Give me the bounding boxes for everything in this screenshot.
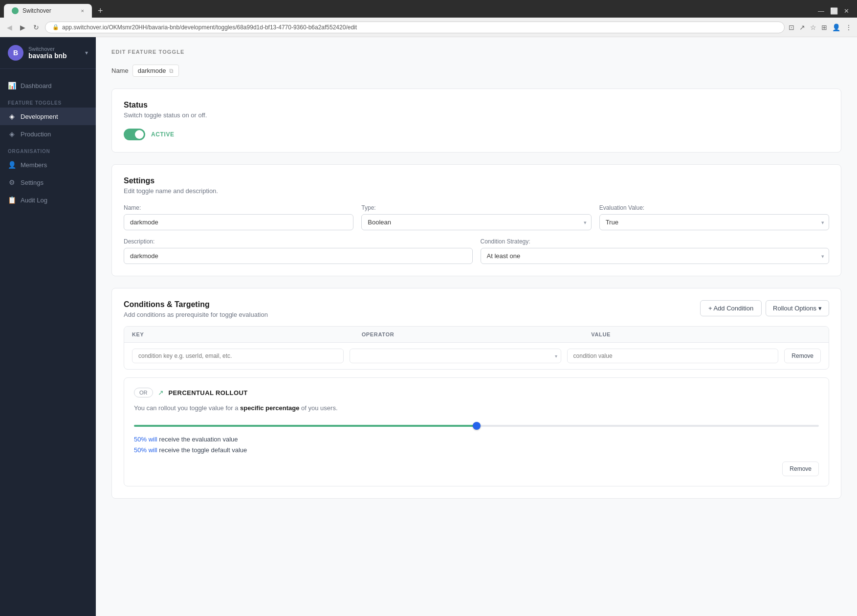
- conditions-desc: Add conditions as prerequisite for toggl…: [124, 311, 268, 318]
- members-icon: 👤: [8, 161, 16, 169]
- tab-favicon: [12, 7, 19, 14]
- operator-column-header: OPERATOR: [362, 331, 592, 337]
- brand-subtitle: Switchover: [28, 46, 80, 52]
- status-title: Status: [124, 101, 829, 110]
- conditions-title: Conditions & Targeting: [124, 300, 268, 309]
- page-title: EDIT FEATURE TOGGLE: [111, 49, 841, 55]
- conditions-table: KEY OPERATOR VALUE equals not equals con…: [124, 326, 829, 370]
- rollout-section: OR ↗ PERCENTUAL ROLLOUT You can rollout …: [124, 377, 829, 486]
- settings-section: Settings Edit toggle name and descriptio…: [111, 164, 841, 276]
- rollout-slider[interactable]: [134, 425, 819, 427]
- sidebar-item-label: Dashboard: [21, 82, 52, 89]
- type-select-wrapper: Boolean String Number ▾: [361, 214, 591, 230]
- sidebar-item-members[interactable]: 👤 Members: [0, 156, 96, 174]
- key-column-header: KEY: [132, 331, 362, 337]
- settings-title: Settings: [124, 176, 829, 185]
- type-select[interactable]: Boolean String Number: [361, 214, 591, 230]
- menu-icon[interactable]: ⋮: [845, 23, 852, 31]
- remove-condition-button[interactable]: Remove: [784, 349, 821, 363]
- sidebar-item-development[interactable]: ◈ Development: [0, 108, 96, 125]
- profile-icon[interactable]: 👤: [832, 23, 840, 31]
- table-row: equals not equals contains ▾ Remove: [124, 343, 829, 369]
- status-desc: Switch toggle status on or off.: [124, 111, 829, 119]
- eval-select[interactable]: True False: [599, 214, 829, 230]
- forward-button[interactable]: ▶: [18, 22, 27, 33]
- maximize-button[interactable]: ⬜: [830, 7, 838, 15]
- type-field-group: Type: Boolean String Number ▾: [361, 204, 591, 230]
- settings-desc: Edit toggle name and description.: [124, 187, 829, 195]
- sidebar-item-settings[interactable]: ⚙ Settings: [0, 174, 96, 191]
- condition-operator-select[interactable]: equals not equals contains: [350, 349, 561, 363]
- toggle-row: ACTIVE: [124, 129, 829, 140]
- eval-field-label: Evaluation Value:: [599, 204, 829, 211]
- remove-rollout-button[interactable]: Remove: [782, 462, 819, 476]
- rollout-will1: will: [149, 436, 157, 443]
- close-button[interactable]: ✕: [844, 7, 849, 15]
- settings-icon: ⚙: [8, 178, 16, 186]
- extensions-icon[interactable]: ⊞: [821, 23, 827, 31]
- rollout-text1: receive the evaluation value: [159, 436, 238, 443]
- main-content: EDIT FEATURE TOGGLE Name darkmode ⧉ Stat…: [96, 37, 857, 616]
- sidebar-item-dashboard[interactable]: 📊 Dashboard: [0, 77, 96, 94]
- share-icon[interactable]: ↗: [799, 23, 805, 31]
- strategy-select[interactable]: At least one All: [481, 248, 830, 264]
- browser-tab[interactable]: Switchover ×: [4, 4, 92, 18]
- sidebar-item-label: Development: [21, 113, 58, 120]
- sidebar-item-production[interactable]: ◈ Production: [0, 125, 96, 143]
- rollout-info: 50% will receive the evaluation value 50…: [134, 434, 819, 456]
- production-icon: ◈: [8, 130, 16, 138]
- ssl-icon: 🔒: [52, 24, 59, 30]
- screenshot-icon[interactable]: ⊡: [789, 23, 794, 31]
- or-badge: OR: [134, 388, 153, 397]
- desc-field-label: Description:: [124, 238, 473, 245]
- rollout-desc-pre: You can rollout you toggle value for a: [134, 404, 238, 412]
- status-toggle[interactable]: [124, 129, 145, 140]
- development-icon: ◈: [8, 112, 16, 120]
- brand-name: bavaria bnb: [28, 52, 80, 60]
- new-tab-button[interactable]: +: [94, 6, 107, 16]
- sidebar-item-label: Settings: [21, 179, 44, 186]
- sidebar-item-label: Audit Log: [21, 197, 47, 204]
- sidebar: B Switchover bavaria bnb ▾ 📊 Dashboard F…: [0, 37, 96, 616]
- feature-toggles-section-label: FEATURE TOGGLES: [0, 94, 96, 108]
- sidebar-brand[interactable]: B Switchover bavaria bnb ▾: [0, 37, 96, 69]
- address-bar[interactable]: 🔒 app.switchover.io/OKMsmr20HH/bavaria-b…: [45, 22, 785, 33]
- rollout-percent1: 50%: [134, 436, 147, 443]
- status-section: Status Switch toggle status on or off. A…: [111, 88, 841, 153]
- add-condition-button[interactable]: + Add Condition: [700, 300, 762, 316]
- minimize-button[interactable]: —: [818, 7, 824, 15]
- avatar: B: [8, 45, 23, 61]
- bookmark-icon[interactable]: ☆: [810, 23, 816, 31]
- back-button[interactable]: ◀: [5, 22, 14, 33]
- tab-close-button[interactable]: ×: [81, 8, 84, 14]
- strategy-field-label: Condition Strategy:: [481, 238, 830, 245]
- rollout-footer: Remove: [134, 462, 819, 476]
- conditions-actions: + Add Condition Rollout Options ▾: [700, 300, 829, 316]
- condition-value-input[interactable]: [567, 349, 779, 363]
- condition-key-input[interactable]: [132, 349, 344, 363]
- strategy-field-group: Condition Strategy: At least one All ▾: [481, 238, 830, 264]
- name-field-group: Name:: [124, 204, 353, 230]
- conditions-section: Conditions & Targeting Add conditions as…: [111, 288, 841, 499]
- name-label: Name: [111, 67, 129, 74]
- rollout-options-chevron-icon: ▾: [818, 305, 822, 312]
- desc-field-group: Description:: [124, 238, 473, 264]
- toggle-name-row: Name darkmode ⧉: [111, 65, 841, 77]
- eval-field-group: Evaluation Value: True False ▾: [599, 204, 829, 230]
- rollout-text2: receive the toggle default value: [159, 446, 247, 454]
- condition-operator-wrapper: equals not equals contains ▾: [350, 349, 561, 363]
- reload-button[interactable]: ↻: [31, 22, 41, 33]
- copy-icon[interactable]: ⧉: [169, 67, 174, 74]
- sidebar-item-auditlog[interactable]: 📋 Audit Log: [0, 191, 96, 209]
- sidebar-item-label: Members: [21, 161, 47, 169]
- strategy-select-wrapper: At least one All ▾: [481, 248, 830, 264]
- desc-input[interactable]: [124, 248, 473, 264]
- name-input[interactable]: [124, 214, 353, 230]
- rollout-options-label: Rollout Options: [773, 305, 816, 312]
- rollout-options-button[interactable]: Rollout Options ▾: [766, 300, 829, 316]
- address-text: app.switchover.io/OKMsmr20HH/bavaria-bnb…: [62, 24, 357, 31]
- rollout-desc-post: of you users.: [301, 404, 337, 412]
- eval-select-wrapper: True False ▾: [599, 214, 829, 230]
- rollout-slider-container: [134, 421, 819, 428]
- auditlog-icon: 📋: [8, 196, 16, 204]
